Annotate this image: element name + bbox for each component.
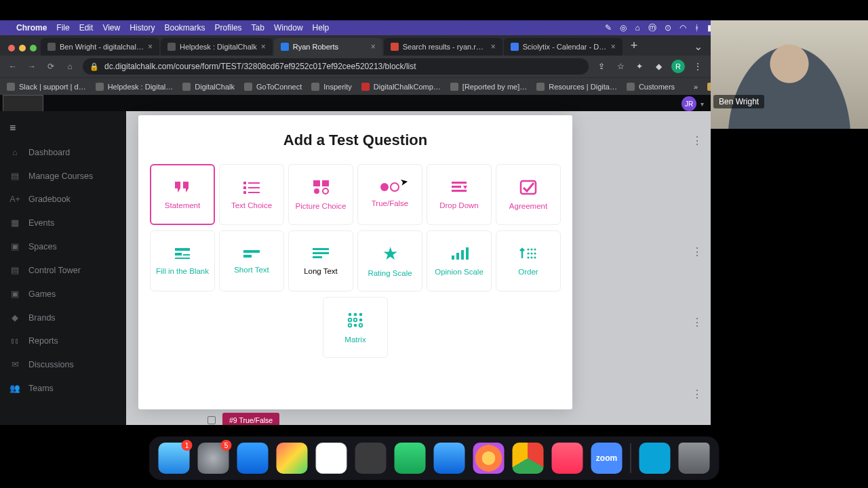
share-icon[interactable]: ⇪ [595,62,608,71]
menu-view[interactable]: View [102,23,120,33]
sidebar-item-dashboard[interactable]: ⌂Dashboard [0,141,126,164]
sidebar-item-brands[interactable]: ◆Brands [0,306,126,329]
dock-app-numbers[interactable] [395,443,426,474]
qtype-rating-scale[interactable]: ★ Rating Scale [357,230,422,291]
extensions-icon[interactable]: ✦ [633,62,646,71]
menu-file[interactable]: File [56,23,69,33]
hamburger-icon[interactable]: ≡ [0,115,126,141]
question-tag[interactable]: #9 True/False [222,413,279,425]
browser-tab[interactable]: Ben Wright - digitalchalk - Sla…× [41,38,159,56]
qtype-drop-down[interactable]: Drop Down [427,164,492,225]
kebab-icon[interactable]: ⋮ [692,388,703,401]
dock-app-settings[interactable]: 5 [198,443,229,474]
sidebar-item-reports[interactable]: ⫾⫾Reports [0,329,126,352]
qtype-agreement[interactable]: Agreement [496,164,561,225]
dock-app-downloads[interactable] [639,443,671,474]
qtype-matrix[interactable]: Matrix [323,297,388,358]
close-icon[interactable]: × [371,42,376,52]
browser-tab[interactable]: Search results - ryan.roberts@…× [384,38,502,56]
chrome-menu-icon[interactable]: ⋮ [692,62,704,71]
extension-icon[interactable]: ◆ [652,62,665,71]
status-m-icon[interactable]: ⓜ [648,22,656,34]
qtype-short-text[interactable]: Short Text [219,230,284,291]
mouse-cursor-icon: ➤ [399,176,410,188]
sidebar-item-discussions[interactable]: ✉Discussions [0,352,126,376]
browser-tab[interactable]: Sciolytix - Calendar - Decemb…× [504,38,623,56]
bookmark-overflow[interactable]: » [694,83,698,91]
chevron-down-icon[interactable]: ▾ [701,100,704,108]
sidebar-item-spaces[interactable]: ▣Spaces [0,235,126,258]
sidebar-item-control-tower[interactable]: ▤Control Tower [0,258,126,282]
qtype-fill-blank[interactable]: Fill in the Blank [150,230,215,291]
menu-profiles[interactable]: Profiles [215,23,242,33]
checkbox-icon [519,179,537,195]
qtype-picture-choice[interactable]: Picture Choice [288,164,353,225]
status-record-icon[interactable]: ⊙ [665,23,671,33]
kebab-icon[interactable]: ⋮ [692,245,703,258]
close-icon[interactable]: × [261,42,266,52]
dock-app-music[interactable] [552,443,583,474]
dock-app-chrome[interactable] [513,443,544,474]
bookmark-item[interactable]: Slack | support | d… [7,83,86,91]
reload-button[interactable]: ⟳ [45,62,57,71]
bookmark-item[interactable]: [Reported by me]… [450,83,527,91]
tab-dropdown-icon[interactable]: ⌄ [686,40,711,56]
qtype-opinion-scale[interactable]: Opinion Scale [427,230,492,291]
close-icon[interactable]: × [611,42,616,52]
browser-tab-active[interactable]: Ryan Roberts× [274,38,382,56]
dock-app-firefox[interactable] [473,443,505,474]
dock-app-safari[interactable] [434,443,465,474]
home-button[interactable]: ⌂ [64,62,76,71]
forward-button[interactable]: → [26,62,38,71]
kebab-icon[interactable]: ⋮ [692,316,703,329]
menu-edit[interactable]: Edit [79,23,94,33]
status-bluetooth-icon[interactable]: ᚼ [694,23,699,33]
qtype-true-false[interactable]: True/False [357,164,422,225]
status-app-icon[interactable]: ⌂ [635,23,639,33]
qtype-text-choice[interactable]: Text Choice [219,164,284,225]
status-headphones-icon[interactable]: ◠ [679,23,686,33]
bookmark-item[interactable]: Customers [627,83,675,91]
bookmark-item[interactable]: DigitalChalk [182,83,235,91]
status-pen-icon[interactable]: ✎ [605,23,612,33]
back-button[interactable]: ← [7,62,19,71]
qtype-long-text[interactable]: Long Text [288,230,353,291]
menu-tab[interactable]: Tab [252,23,264,33]
dock-app-zoom[interactable]: zoom [591,443,623,474]
sidebar-item-games[interactable]: ▣Games [0,282,126,306]
kebab-icon[interactable]: ⋮ [692,134,703,147]
bookmark-item[interactable]: Helpdesk : Digital… [96,83,174,91]
sidebar-item-gradebook[interactable]: A+Gradebook [0,188,126,211]
dock-app-trash[interactable] [679,443,710,474]
bookmark-item[interactable]: GoToConnect [244,83,302,91]
dock-app-finder[interactable]: 1 [159,443,190,474]
browser-tab[interactable]: Helpdesk : DigitalChalk× [161,38,273,56]
qtype-order[interactable]: Order [496,230,561,291]
bookmark-item[interactable]: Resources | Digita… [536,83,617,91]
sidebar-item-teams[interactable]: 👥Teams [0,376,126,400]
checkbox[interactable] [208,416,216,424]
dock-app-launchpad[interactable] [277,443,308,474]
address-bar[interactable]: 🔒 dc.digitalchalk.com/course/form/TEST/3… [83,58,589,75]
sidebar-item-events[interactable]: ▦Events [0,211,126,235]
status-airplay-icon[interactable]: ◎ [620,23,627,33]
menu-history[interactable]: History [130,23,155,33]
menu-help[interactable]: Help [313,23,330,33]
qtype-statement[interactable]: Statement [150,164,215,225]
star-icon[interactable]: ☆ [614,62,627,71]
dock-app-calculator[interactable] [355,443,387,474]
menu-window[interactable]: Window [274,23,303,33]
close-icon[interactable]: × [148,42,153,52]
window-controls[interactable] [5,45,41,56]
close-icon[interactable]: × [491,42,496,52]
sidebar-item-manage-courses[interactable]: ▤Manage Courses [0,164,126,188]
bookmark-item[interactable]: DigitalChalkComp… [361,83,441,91]
menubar-app-name[interactable]: Chrome [16,23,47,33]
menu-bookmarks[interactable]: Bookmarks [165,23,205,33]
bookmark-item[interactable]: Insperity [311,83,352,91]
profile-avatar[interactable]: R [671,60,685,73]
new-tab-button[interactable]: + [624,39,645,56]
user-avatar[interactable]: JR [682,96,696,111]
dock-app-notes[interactable] [316,443,347,474]
dock-app-appstore[interactable] [237,443,269,474]
